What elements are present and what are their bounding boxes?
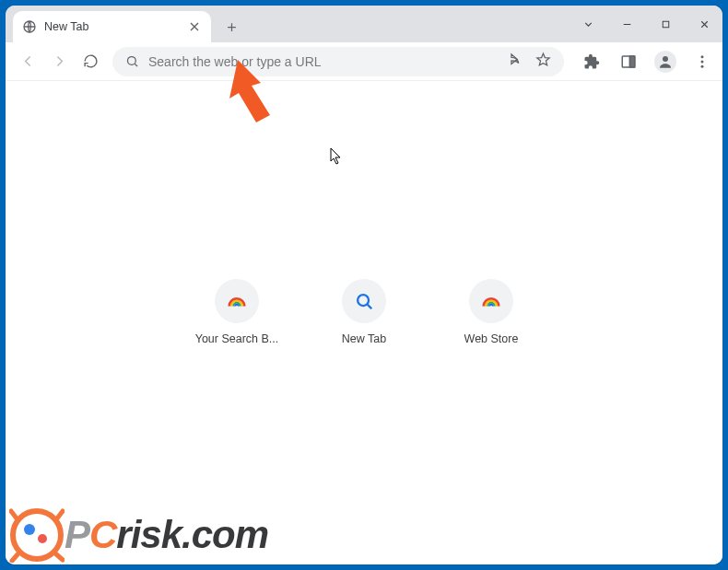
back-button[interactable] — [13, 47, 42, 76]
shortcut-your-search-bar[interactable]: Your Search B... — [187, 279, 287, 345]
rainbow-icon — [227, 291, 247, 311]
shortcut-new-tab[interactable]: New Tab — [314, 279, 414, 345]
profile-button[interactable] — [652, 49, 678, 75]
browser-window: New Tab — [6, 6, 722, 564]
search-icon — [125, 54, 139, 68]
svg-point-5 — [663, 56, 668, 62]
svg-rect-1 — [663, 21, 669, 28]
toolbar-right — [579, 49, 715, 75]
toolbar — [6, 42, 722, 81]
side-panel-icon[interactable] — [616, 49, 641, 75]
svg-rect-4 — [630, 56, 635, 67]
reload-button[interactable] — [76, 47, 105, 76]
extensions-icon[interactable] — [579, 49, 605, 75]
svg-point-6 — [701, 55, 704, 58]
menu-icon[interactable] — [689, 49, 715, 75]
shortcut-web-store[interactable]: Web Store — [441, 279, 541, 345]
magnifier-icon — [354, 291, 374, 311]
tab-title: New Tab — [44, 20, 180, 33]
rainbow-icon — [481, 291, 501, 311]
shortcut-label: Your Search B... — [195, 332, 279, 345]
new-tab-button[interactable] — [218, 14, 244, 40]
avatar-icon — [654, 51, 676, 73]
active-tab[interactable]: New Tab — [13, 11, 211, 42]
shortcut-label: New Tab — [342, 332, 386, 345]
svg-point-8 — [701, 64, 704, 67]
svg-point-2 — [128, 57, 136, 65]
maximize-button[interactable] — [654, 13, 676, 35]
shortcut-label: Web Store — [464, 332, 519, 345]
forward-button[interactable] — [44, 47, 74, 76]
minimize-button[interactable] — [616, 13, 638, 35]
svg-point-9 — [358, 295, 369, 306]
omnibox-actions — [507, 52, 551, 71]
close-tab-icon[interactable] — [187, 19, 202, 34]
bookmark-icon[interactable] — [535, 52, 551, 71]
shortcut-icon — [215, 279, 259, 323]
window-controls — [577, 6, 715, 42]
shortcut-icon — [342, 279, 386, 323]
share-icon[interactable] — [507, 52, 523, 71]
address-bar[interactable] — [112, 47, 564, 76]
page-content: Your Search B... New Tab Web Store — [6, 81, 722, 564]
address-input[interactable] — [148, 54, 492, 69]
tab-strip: New Tab — [6, 6, 722, 42]
close-window-button[interactable] — [693, 13, 715, 35]
shortcut-icon — [469, 279, 513, 323]
shortcuts-row: Your Search B... New Tab Web Store — [187, 279, 541, 345]
svg-point-7 — [701, 60, 704, 63]
tab-search-button[interactable] — [577, 13, 599, 35]
globe-icon — [22, 19, 37, 34]
